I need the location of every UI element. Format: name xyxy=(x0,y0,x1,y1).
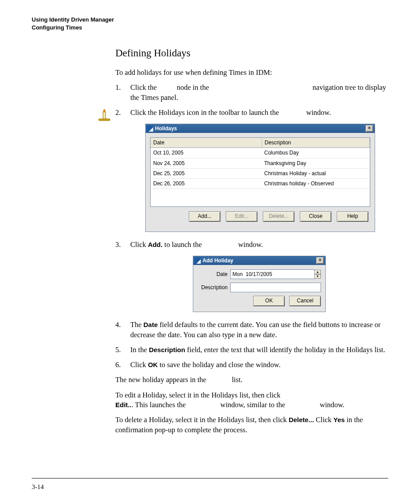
section-title: Defining Holidays xyxy=(115,46,388,60)
date-field[interactable] xyxy=(230,269,315,279)
svg-rect-1 xyxy=(103,112,106,119)
close-button[interactable]: Close xyxy=(300,211,332,222)
page-number: 3-14 xyxy=(32,483,44,491)
add-holiday-title: Add Holiday xyxy=(203,257,233,264)
step-4: 4. The Date field defaults to the curren… xyxy=(115,320,388,340)
table-row[interactable]: Dec 25, 2005 Christmas Holiday - actual xyxy=(151,169,370,179)
description-field[interactable] xyxy=(230,283,321,292)
footer-rule xyxy=(32,478,388,478)
date-label: Date xyxy=(198,271,228,278)
ok-button[interactable]: OK xyxy=(253,296,285,306)
window-icon xyxy=(195,258,201,264)
edit-button[interactable]: Edit... xyxy=(226,211,258,222)
table-row[interactable]: Nov 24, 2005 Thanksgiving Day xyxy=(151,158,370,169)
col-desc[interactable]: Description xyxy=(262,138,370,147)
spin-down-icon: ▼ xyxy=(314,274,321,279)
holidays-table: Date Description Oct 10, 2005 Columbus D… xyxy=(150,137,370,207)
table-row[interactable]: Dec 26, 2005 Christmas holiday - Observe… xyxy=(151,179,370,189)
header-line1: Using Identity Driven Manager xyxy=(32,16,388,24)
help-button[interactable]: Help xyxy=(337,211,368,222)
delete-button[interactable]: Delete... xyxy=(263,211,295,222)
close-icon[interactable]: × xyxy=(365,125,373,132)
spin-up-icon: ▲ xyxy=(314,270,321,274)
intro-text: To add holidays for use when defining Ti… xyxy=(115,68,388,77)
holidays-title: Holidays xyxy=(155,125,177,132)
step-6: 6. Click OK to save the holiday and clos… xyxy=(115,360,388,370)
add-button[interactable]: Add... xyxy=(189,211,221,222)
step-5: 5. In the Description field, enter the t… xyxy=(115,345,388,355)
svg-rect-0 xyxy=(99,119,110,121)
step-1: 1. Click the node in the navigation tree… xyxy=(115,83,388,103)
holidays-dialog: Holidays × Date Description Oct 10, 2005 xyxy=(145,124,375,232)
col-date[interactable]: Date xyxy=(151,138,262,147)
add-holiday-titlebar: Add Holiday × xyxy=(193,256,325,265)
table-row[interactable]: Oct 10, 2005 Columbus Day xyxy=(151,148,370,158)
after-list-text: The new holiday appears in the list. xyxy=(115,375,388,385)
delete-text: To delete a Holiday, select it in the Ho… xyxy=(115,415,388,435)
candle-icon xyxy=(98,108,111,121)
window-icon xyxy=(147,125,153,132)
step-3: 3. Click Add. to launch the window. Add … xyxy=(115,240,388,312)
edit-text: To edit a Holiday, select it in the Holi… xyxy=(115,390,388,410)
header-line2: Configuring Times xyxy=(32,24,388,32)
holidays-titlebar: Holidays × xyxy=(146,124,375,133)
running-header: Using Identity Driven Manager Configurin… xyxy=(32,16,388,31)
add-holiday-dialog: Add Holiday × Date ▲ ▼ xyxy=(193,256,326,312)
date-spinner[interactable]: ▲ ▼ xyxy=(314,270,321,279)
step-2: 2. Click the Holidays icon in the toolba… xyxy=(115,108,388,232)
cancel-button[interactable]: Cancel xyxy=(289,296,321,306)
description-label: Description xyxy=(198,284,228,291)
close-icon[interactable]: × xyxy=(316,257,324,264)
